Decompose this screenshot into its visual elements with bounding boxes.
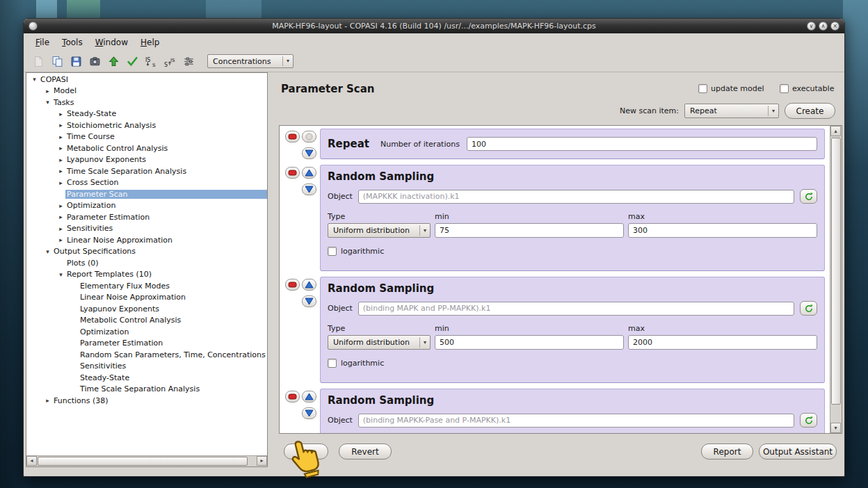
chevron-right-icon[interactable]: ▸ (43, 397, 52, 404)
check-icon[interactable] (124, 54, 140, 69)
tree-item-elementary-flux-modes[interactable]: Elementary Flux Modes (26, 280, 267, 292)
tree-item-sensitivities[interactable]: Sensitivities (26, 361, 267, 373)
tree-item-tasks[interactable]: ▾Tasks (26, 97, 267, 108)
chevron-down-icon[interactable]: ▾ (43, 99, 52, 106)
tree-horizontal-scrollbar[interactable]: ◂ ▸ (26, 455, 267, 466)
view-mode-select[interactable]: Concentrations ▾ (207, 54, 294, 68)
chevron-right-icon[interactable]: ▸ (56, 133, 65, 140)
executable-checkbox[interactable] (780, 84, 789, 93)
chevron-right-icon[interactable]: ▸ (56, 111, 65, 117)
sliders-icon[interactable] (181, 54, 196, 69)
chevron-right-icon[interactable]: ▸ (56, 202, 65, 209)
select-object-button[interactable] (800, 413, 817, 428)
move-item-up-button[interactable] (302, 279, 316, 291)
move-item-down-button[interactable] (302, 147, 316, 159)
chevron-down-icon[interactable]: ▾ (56, 271, 65, 278)
report-button[interactable]: Report (701, 444, 753, 459)
tree-item-steady-state[interactable]: Steady-State (26, 372, 267, 384)
distribution-select[interactable]: Uniform distribution▾ (328, 335, 431, 350)
menu-tools[interactable]: Tools (56, 35, 89, 49)
chevron-right-icon[interactable]: ▸ (56, 236, 65, 243)
move-item-up-button[interactable] (302, 391, 316, 402)
select-object-button[interactable] (800, 189, 817, 204)
tree-item-time-scale-separation-analysis[interactable]: Time Scale Separation Analysis (26, 384, 267, 396)
min-input[interactable] (435, 335, 624, 350)
chevron-right-icon[interactable]: ▸ (56, 145, 65, 152)
tree-item-plots-0[interactable]: Plots (0) (26, 257, 267, 269)
scrollbar-thumb[interactable] (831, 138, 841, 405)
create-button[interactable]: Create (785, 103, 835, 119)
window-menu-icon[interactable] (29, 22, 38, 31)
tree-item-model[interactable]: ▸Model (26, 86, 267, 97)
min-input[interactable] (435, 223, 624, 238)
scroll-left-icon[interactable]: ◂ (26, 456, 37, 466)
save-icon[interactable] (68, 54, 83, 69)
chevron-right-icon[interactable]: ▸ (56, 213, 65, 220)
remove-scan-item-button[interactable] (285, 391, 300, 402)
executable-option[interactable]: executable (780, 84, 834, 93)
capture-image-icon[interactable] (87, 54, 102, 69)
tree-item-steady-state[interactable]: ▸Steady-State (26, 108, 267, 120)
tree-item-report-templates-10[interactable]: ▾Report Templates (10) (26, 269, 267, 281)
tree-item-lyapunov-exponents[interactable]: Lyapunov Exponents (26, 303, 267, 315)
chevron-down-icon[interactable]: ▾ (43, 248, 52, 255)
scrollbar-thumb[interactable] (38, 457, 248, 466)
scroll-up-icon[interactable]: ▴ (830, 126, 841, 136)
logarithmic-checkbox[interactable] (328, 247, 337, 256)
revert-button[interactable]: Revert (339, 444, 392, 459)
menu-window[interactable]: Window (89, 35, 134, 49)
maximize-icon[interactable]: ∧ (819, 22, 828, 31)
iterations-input[interactable] (467, 137, 817, 151)
move-item-down-button[interactable] (302, 295, 316, 307)
scroll-down-icon[interactable]: ▾ (830, 423, 841, 433)
tree-item-output-specifications[interactable]: ▾Output Specifications (26, 246, 267, 258)
tree-item-parameter-estimation[interactable]: ▸Parameter Estimation (26, 211, 267, 223)
move-item-down-button[interactable] (302, 407, 316, 419)
remove-scan-item-button[interactable] (285, 279, 300, 291)
move-item-down-button[interactable] (302, 184, 316, 195)
move-item-up-button[interactable] (302, 167, 316, 179)
tree-item-copasi[interactable]: ▾COPASI (26, 74, 267, 86)
max-input[interactable] (628, 223, 817, 238)
chevron-right-icon[interactable]: ▸ (56, 122, 65, 129)
tree-item-time-course[interactable]: ▸Time Course (26, 131, 267, 143)
tree-item-lyapunov-exponents[interactable]: ▸Lyapunov Exponents (26, 154, 267, 166)
max-input[interactable] (628, 335, 817, 350)
commit-icon[interactable] (106, 54, 121, 69)
update-model-checkbox[interactable] (698, 84, 707, 93)
chevron-right-icon[interactable]: ▸ (56, 168, 65, 174)
tree-item-cross-section[interactable]: ▸Cross Section (26, 177, 267, 189)
new-scan-item-select[interactable]: Repeat ▾ (684, 104, 779, 118)
chevron-right-icon[interactable]: ▸ (56, 225, 65, 232)
move-item-up-button[interactable] (302, 131, 316, 143)
scroll-right-icon[interactable]: ▸ (257, 456, 267, 466)
title-bar[interactable]: MAPK-HF96-layout - COPASI 4.16 (Build 10… (24, 19, 844, 33)
update-model-option[interactable]: update model (698, 84, 764, 93)
select-object-button[interactable] (800, 301, 817, 316)
copy-icon[interactable] (49, 54, 65, 69)
tree-item-random-scan-parameters-time-concentrations[interactable]: Random Scan Parameters, Time, Concentrat… (26, 349, 267, 361)
vertical-scrollbar[interactable]: ▴ ▾ (830, 126, 842, 433)
logarithmic-checkbox[interactable] (328, 359, 337, 368)
chevron-down-icon[interactable]: ▾ (30, 76, 39, 83)
tree-item-parameter-scan[interactable]: Parameter Scan (26, 188, 267, 200)
tree-item-metabolic-control-analysis[interactable]: Metabolic Control Analysis (26, 315, 267, 327)
distribution-select[interactable]: Uniform distribution▾ (328, 223, 431, 238)
steady-state-tool-icon[interactable]: ISS (143, 54, 159, 69)
tree-item-sensitivities[interactable]: ▸Sensitivities (26, 223, 267, 235)
time-course-tool-icon[interactable]: SIS (162, 54, 177, 69)
chevron-right-icon[interactable]: ▸ (56, 156, 65, 163)
minimize-icon[interactable]: ∨ (807, 22, 816, 31)
tree-item-time-scale-separation-analysis[interactable]: ▸Time Scale Separation Analysis (26, 165, 267, 177)
object-input[interactable] (358, 190, 794, 204)
remove-scan-item-button[interactable] (285, 131, 300, 143)
menu-help[interactable]: Help (134, 35, 166, 49)
tree-item-metabolic-control-analysis[interactable]: ▸Metabolic Control Analysis (26, 143, 267, 154)
tree-item-linear-noise-approximation[interactable]: ▸Linear Noise Approximation (26, 234, 267, 246)
object-input[interactable] (358, 414, 794, 428)
new-file-icon[interactable] (31, 54, 46, 69)
output-assistant-button[interactable]: Output Assistant (759, 444, 837, 459)
menu-file[interactable]: File (29, 35, 56, 49)
tree-item-optimization[interactable]: ▸Optimization (26, 200, 267, 212)
tree-item-linear-noise-approximation[interactable]: Linear Noise Approximation (26, 292, 267, 304)
